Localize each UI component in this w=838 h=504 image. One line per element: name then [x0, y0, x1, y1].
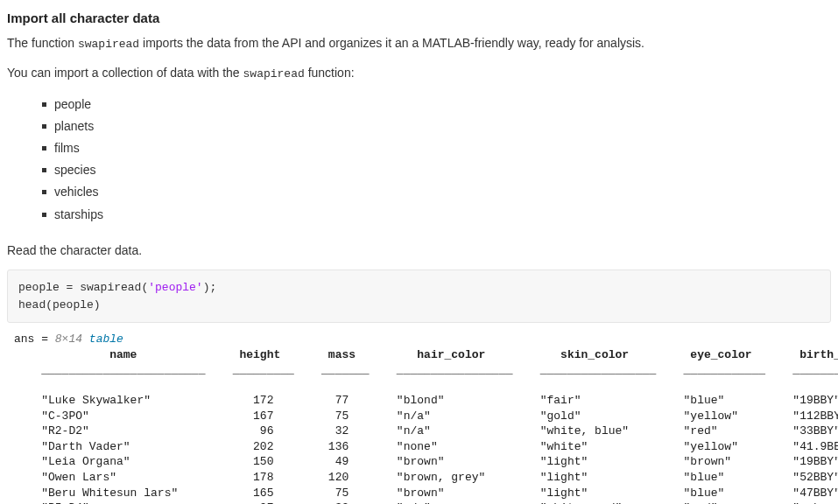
list-item: starships — [42, 204, 831, 226]
list-item: vehicles — [42, 181, 831, 203]
list-item: planets — [42, 116, 831, 137]
para1-text-b: imports the data from the API and organi… — [139, 36, 644, 50]
code-block: people = swapiread('people'); head(peopl… — [7, 270, 831, 323]
section-heading: Import all character data — [7, 10, 831, 25]
list-item: films — [42, 137, 831, 159]
code-string-literal: 'people' — [148, 281, 202, 294]
code-line-2: head(people) — [18, 298, 101, 312]
output-block: ans = 8×14 table name height mass hair_c… — [14, 332, 831, 504]
code-line-1a: people = swapiread( — [18, 281, 148, 294]
para2-text-a: You can import a collection of data with… — [7, 66, 243, 80]
read-data-paragraph: Read the character data. — [7, 242, 831, 259]
para1-code: swapiread — [78, 38, 139, 51]
list-item: species — [42, 159, 831, 181]
intro-paragraph-2: You can import a collection of data with… — [7, 64, 831, 83]
code-line-1b: ); — [203, 281, 217, 294]
collection-list: people planets films species vehicles st… — [7, 94, 831, 226]
list-item: people — [42, 94, 831, 116]
para1-text-a: The function — [7, 36, 78, 50]
intro-paragraph-1: The function swapiread imports the data … — [7, 34, 831, 53]
para2-code: swapiread — [243, 67, 305, 80]
para2-text-b: function: — [305, 66, 355, 80]
